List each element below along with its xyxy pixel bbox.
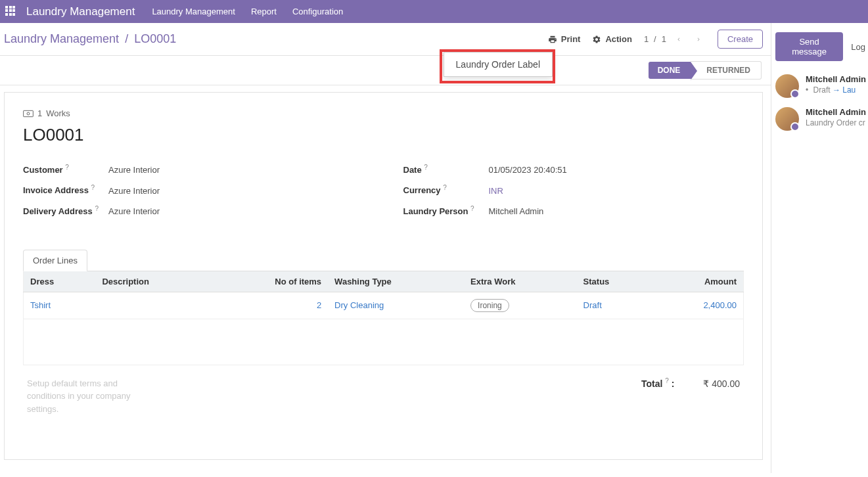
create-button[interactable]: Create [718,30,763,49]
money-icon [23,110,34,118]
col-extra: Extra Work [464,271,577,292]
cell-qty: 2 [212,292,328,319]
svg-rect-0 [24,110,34,116]
message-author: Mitchell Admin - [806,74,868,84]
status-done[interactable]: DONE [649,62,691,79]
form-sheet: 1Works LO0001 Customer ? Azure Interior … [4,92,763,460]
invoice-address-value: Azure Interior [108,186,160,196]
message-sub: • Draft → Lau [806,85,868,95]
pager: 1 / 1 [644,32,706,47]
pager-sep: / [654,34,656,44]
cell-amount: 2,400.00 [652,292,743,319]
cell-status: Draft [577,292,653,319]
cell-description [95,292,212,319]
pager-total: 1 [662,34,666,44]
avatar [775,74,799,98]
breadcrumb-current: LO0001 [134,32,176,45]
status-returned[interactable]: RETURNED [691,61,762,80]
col-status: Status [577,271,653,292]
date-value: 01/05/2023 20:40:51 [489,165,567,175]
top-navbar: Laundry Management Laundry Management Re… [0,0,868,23]
works-count: 1 [37,108,42,118]
table-row[interactable]: Tshirt 2 Dry Cleaning Ironing Draft 2,40… [24,292,744,319]
chevron-right-icon [695,35,702,43]
action-button[interactable]: Action [592,34,631,44]
cell-extra: Ironing [464,292,577,319]
cell-dress[interactable]: Tshirt [24,292,96,319]
send-message-button[interactable]: Send message [775,32,843,61]
message-item: Mitchell Admin - Laundry Order cr [775,107,868,131]
cell-washing[interactable]: Dry Cleaning [328,292,464,319]
breadcrumb-root[interactable]: Laundry Management [4,32,119,45]
apps-icon[interactable] [5,6,17,18]
delivery-address-label: Delivery Address ? [23,205,108,216]
message-author: Mitchell Admin - [806,107,868,117]
col-dress: Dress [24,271,96,292]
table-empty-row [24,319,744,365]
terms-placeholder: Setup default terms and conditions in yo… [27,377,158,416]
nav-configuration[interactable]: Configuration [292,7,343,16]
svg-point-1 [27,112,30,115]
chatter-panel: Send message Log Mitchell Admin - • Draf… [771,23,868,473]
breadcrumb: Laundry Management / LO0001 [4,32,176,46]
print-dropdown-item[interactable]: Laundry Order Label [444,53,552,76]
message-sub: Laundry Order cr [806,118,868,127]
col-amount: Amount [652,271,743,292]
status-bar: DONE RETURNED [0,56,771,85]
nav-report[interactable]: Report [251,7,277,16]
message-item: Mitchell Admin - • Draft → Lau [775,74,868,98]
pager-current: 1 [644,34,649,44]
page-header: Laundry Management / LO0001 Print Action… [0,23,771,56]
pager-prev[interactable] [672,32,686,47]
print-icon [548,35,557,44]
customer-value: Azure Interior [108,165,160,175]
laundry-person-label: Laundry Person ? [403,205,489,216]
col-washing: Washing Type [328,271,464,292]
nav-laundry-management[interactable]: Laundry Management [152,7,235,16]
currency-value[interactable]: INR [489,186,503,196]
avatar [775,107,799,131]
delivery-address-value: Azure Interior [108,206,160,216]
currency-label: Currency ? [403,184,489,195]
extra-work-tag: Ironing [470,299,509,312]
print-button[interactable]: Print [548,34,581,44]
date-label: Date ? [403,164,489,175]
total-row: Total ? : ₹ 400.00 [641,377,740,416]
order-lines-table: Dress Description No of items Washing Ty… [23,271,744,365]
laundry-person-value: Mitchell Admin [489,206,544,216]
print-dropdown: Laundry Order Label [444,52,553,77]
invoice-address-label: Invoice Address ? [23,184,108,195]
app-brand: Laundry Management [26,5,135,18]
record-title: LO0001 [23,125,744,145]
chevron-left-icon [675,35,682,43]
works-label: Works [46,108,70,118]
pager-next[interactable] [691,32,706,47]
works-smart-button[interactable]: 1Works [23,108,70,118]
customer-label: Customer ? [23,164,108,175]
total-value: ₹ 400.00 [703,378,740,389]
col-description: Description [95,271,212,292]
breadcrumb-sep: / [125,32,128,45]
gear-icon [592,35,601,44]
tab-order-lines[interactable]: Order Lines [23,250,87,271]
col-qty: No of items [212,271,328,292]
log-note-button[interactable]: Log [848,32,868,61]
